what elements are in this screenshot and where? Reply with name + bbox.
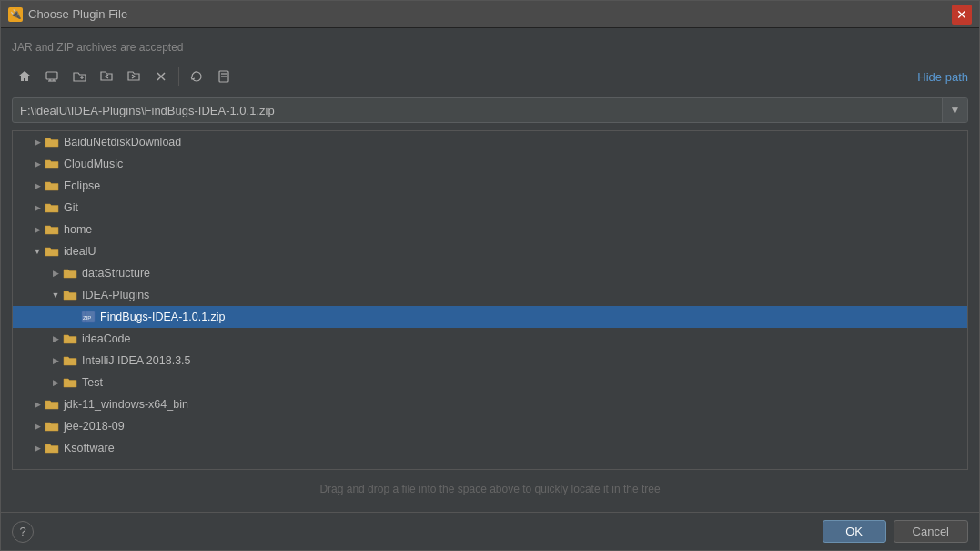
tree-item-idea-plugins[interactable]: ▼ IDEA-Plugins bbox=[13, 284, 967, 306]
tree-item-label: CloudMusic bbox=[64, 158, 123, 170]
tree-item-label: dataStructure bbox=[82, 267, 150, 280]
tree-item-test[interactable]: ▶ Test bbox=[13, 372, 967, 393]
tree-item-eclipse[interactable]: ▶ Eclipse bbox=[13, 175, 967, 197]
toggle-arrow: ▶ bbox=[31, 420, 44, 433]
create-folder-button[interactable] bbox=[66, 65, 92, 88]
drag-drop-hint: Drag and drop a file into the space abov… bbox=[12, 477, 968, 501]
toggle-arrow: ▼ bbox=[49, 289, 62, 301]
toolbar-separator bbox=[178, 67, 179, 86]
cancel-button[interactable]: Cancel bbox=[894, 520, 968, 543]
tree-item-baidunetdisk[interactable]: ▶ BaiduNetdiskDownload bbox=[13, 131, 967, 153]
help-button[interactable]: ? bbox=[12, 521, 34, 543]
close-button[interactable]: ✕ bbox=[952, 5, 972, 25]
toggle-arrow: ▶ bbox=[31, 442, 44, 454]
dialog-icon: 🔌 bbox=[8, 7, 23, 22]
folder-icon bbox=[44, 179, 60, 192]
dialog-title: Choose Plugin File bbox=[28, 7, 952, 21]
toggle-arrow: ▶ bbox=[31, 136, 44, 148]
folder-icon bbox=[44, 223, 60, 236]
prev-button[interactable] bbox=[94, 65, 119, 88]
folder-icon bbox=[62, 354, 78, 367]
tree-item-label: jdk-11_windows-x64_bin bbox=[64, 398, 188, 411]
path-dropdown-button[interactable]: ▼ bbox=[942, 97, 967, 123]
folder-icon bbox=[44, 201, 60, 214]
svg-text:ZIP: ZIP bbox=[83, 315, 91, 321]
toggle-arrow: ▶ bbox=[49, 376, 62, 389]
bookmark-button[interactable] bbox=[211, 65, 237, 88]
tree-item-intellij[interactable]: ▶ IntelliJ IDEA 2018.3.5 bbox=[13, 350, 967, 372]
tree-item-ideacode[interactable]: ▶ ideaCode bbox=[13, 328, 967, 350]
folder-icon bbox=[44, 136, 60, 148]
hide-path-button[interactable]: Hide path bbox=[917, 70, 968, 84]
refresh-button[interactable] bbox=[184, 65, 209, 88]
ok-button[interactable]: OK bbox=[823, 520, 886, 543]
tree-item-datastructure[interactable]: ▶ dataStructure bbox=[13, 262, 967, 284]
tree-item-jdk11[interactable]: ▶ jdk-11_windows-x64_bin bbox=[13, 393, 967, 415]
title-bar: 🔌 Choose Plugin File ✕ bbox=[1, 1, 979, 28]
path-bar: ▼ bbox=[12, 97, 968, 123]
tree-item-label: Eclipse bbox=[64, 179, 100, 192]
toggle-arrow: ▶ bbox=[49, 267, 62, 280]
tree-item-label: IntelliJ IDEA 2018.3.5 bbox=[82, 354, 191, 367]
folder-icon bbox=[44, 245, 60, 258]
tree-item-home[interactable]: ▶ home bbox=[13, 219, 967, 240]
tree-item-git[interactable]: ▶ Git bbox=[13, 197, 967, 219]
tree-item-label: idealU bbox=[64, 245, 96, 258]
toggle-arrow: ▶ bbox=[31, 158, 44, 170]
folder-icon bbox=[44, 158, 60, 170]
toggle-arrow: ▶ bbox=[31, 223, 44, 236]
tree-item-label: FindBugs-IDEA-1.0.1.zip bbox=[100, 311, 226, 323]
toggle-arrow: ▶ bbox=[49, 354, 62, 367]
tree-item-label: Git bbox=[64, 201, 78, 214]
folder-icon bbox=[44, 442, 60, 454]
tree-item-label: Ksoftware bbox=[64, 442, 115, 454]
zip-icon: ZIP bbox=[80, 311, 96, 323]
path-input[interactable] bbox=[13, 104, 942, 117]
tree-item-cloudmusic[interactable]: ▶ CloudMusic bbox=[13, 153, 967, 175]
next-button[interactable] bbox=[121, 65, 146, 88]
svg-rect-0 bbox=[46, 72, 57, 79]
dialog-body: JAR and ZIP archives are accepted bbox=[1, 28, 979, 512]
choose-plugin-dialog: 🔌 Choose Plugin File ✕ JAR and ZIP archi… bbox=[0, 0, 980, 551]
dialog-footer: ? OK Cancel bbox=[1, 512, 979, 550]
toggle-arrow: ▼ bbox=[31, 245, 44, 258]
toggle-arrow: ▶ bbox=[31, 201, 44, 214]
home-button[interactable] bbox=[12, 65, 37, 88]
tree-item-label: BaiduNetdiskDownload bbox=[64, 136, 181, 148]
tree-item-label: jee-2018-09 bbox=[64, 420, 125, 433]
desktop-button[interactable] bbox=[39, 65, 65, 88]
toolbar: Hide path bbox=[12, 63, 968, 90]
toggle-arrow: ▶ bbox=[31, 179, 44, 192]
delete-button[interactable] bbox=[148, 65, 174, 88]
tree-item-label: IDEA-Plugins bbox=[82, 289, 149, 301]
tree-item-label: ideaCode bbox=[82, 332, 131, 345]
folder-icon bbox=[62, 332, 78, 345]
folder-icon bbox=[44, 420, 60, 433]
toggle-arrow: ▶ bbox=[49, 332, 62, 345]
folder-icon bbox=[62, 289, 78, 301]
tree-item-idealu[interactable]: ▼ idealU bbox=[13, 240, 967, 262]
folder-icon bbox=[62, 267, 78, 280]
folder-icon bbox=[44, 398, 60, 411]
tree-item-ksoftware[interactable]: ▶ Ksoftware bbox=[13, 437, 967, 459]
info-text: JAR and ZIP archives are accepted bbox=[12, 39, 968, 56]
tree-item-findbugs[interactable]: ZIP FindBugs-IDEA-1.0.1.zip bbox=[13, 306, 967, 328]
tree-item-jee2018[interactable]: ▶ jee-2018-09 bbox=[13, 415, 967, 437]
folder-icon bbox=[62, 376, 78, 389]
toggle-arrow: ▶ bbox=[31, 398, 44, 411]
tree-item-label: home bbox=[64, 223, 92, 236]
tree-item-label: Test bbox=[82, 376, 103, 389]
toggle-arrow bbox=[67, 311, 80, 323]
file-tree[interactable]: ▶ BaiduNetdiskDownload▶ CloudMusic▶ Ecli… bbox=[12, 130, 968, 470]
